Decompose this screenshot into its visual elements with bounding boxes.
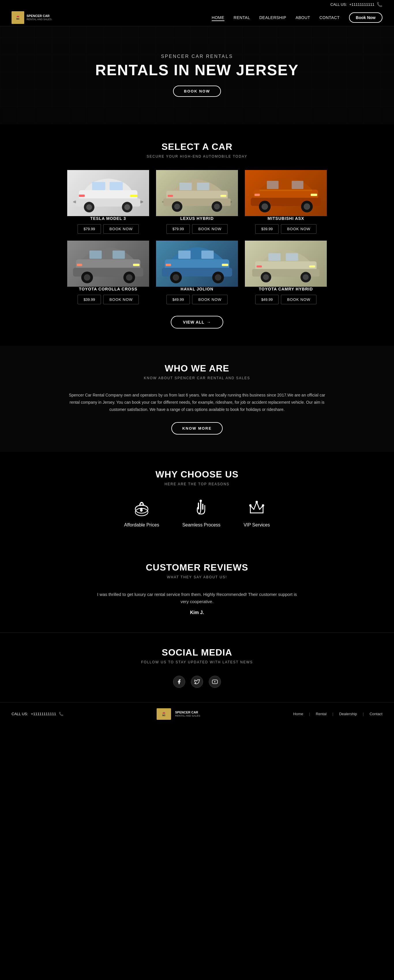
hero-title: RENTALS IN NEW JERSEY <box>95 61 299 79</box>
camry-book-button[interactable]: BOOK NOW <box>281 295 316 304</box>
car-actions-camry: $49.99 BOOK NOW <box>245 295 327 304</box>
svg-rect-43 <box>133 264 139 266</box>
svg-rect-21 <box>168 195 173 197</box>
svg-rect-32 <box>254 194 260 196</box>
affordable-prices-label: Affordable Prices <box>124 522 159 528</box>
footer-link-home[interactable]: Home <box>294 712 303 716</box>
youtube-icon <box>212 679 218 685</box>
nav-links: HOME RENTAL DEALERSHIP ABOUT CONTACT <box>212 15 340 20</box>
svg-rect-54 <box>222 264 228 266</box>
svg-rect-30 <box>292 181 303 189</box>
svg-rect-18 <box>179 182 192 190</box>
svg-rect-20 <box>220 195 226 197</box>
svg-point-49 <box>173 274 179 281</box>
youtube-button[interactable] <box>209 676 221 688</box>
footer-logo-line2: RENTAL AND SALES <box>175 714 200 718</box>
car-card-haval: HAVAL JOLION $49.99 BOOK NOW <box>156 240 238 304</box>
svg-point-4 <box>86 204 92 210</box>
camry-image <box>245 240 327 287</box>
why-item-affordable: $ Affordable Prices <box>124 498 159 528</box>
lexus-price: $79.99 <box>166 224 190 234</box>
crown-icon <box>247 498 267 518</box>
lexus-book-button[interactable]: BOOK NOW <box>192 224 228 234</box>
svg-rect-9 <box>130 194 137 197</box>
haval-book-button[interactable]: BOOK NOW <box>192 295 228 304</box>
nav-item-dealership[interactable]: DEALERSHIP <box>259 15 286 20</box>
corolla-image <box>67 240 149 287</box>
footer-link-rental[interactable]: Rental <box>316 712 327 716</box>
facebook-button[interactable] <box>173 676 185 688</box>
mitsubishi-book-button[interactable]: BOOK NOW <box>281 224 316 234</box>
svg-point-6 <box>124 204 130 210</box>
car-card-camry: TOYOTA CAMRY HYBRID $49.99 BOOK NOW <box>245 240 327 304</box>
hand-pointer-icon <box>191 498 211 518</box>
car-name-tesla: TESLA MODEL 3 <box>67 216 149 221</box>
twitter-button[interactable] <box>191 676 203 688</box>
reviewer-name: Kim J. <box>23 610 371 615</box>
lexus-image <box>156 170 238 216</box>
footer-nav-home[interactable]: Home <box>294 712 310 716</box>
nav-link-about[interactable]: ABOUT <box>296 15 310 20</box>
logo[interactable]: 🚗SC SPENCER CAR RENTAL AND SALES <box>11 11 52 24</box>
select-car-title: SELECT A CAR <box>23 142 371 152</box>
nav-item-rental[interactable]: RENTAL <box>234 15 250 20</box>
nav-item-home[interactable]: HOME <box>212 15 224 20</box>
why-grid: $ Affordable Prices Seamless Process <box>23 498 371 528</box>
lexus-svg <box>156 170 238 216</box>
reviews-title: CUSTOMER REVIEWS <box>23 562 371 573</box>
footer-link-dealership[interactable]: Dealership <box>339 712 357 716</box>
why-item-vip: VIP Services <box>243 498 270 528</box>
car-actions-haval: $49.99 BOOK NOW <box>156 295 238 304</box>
footer-nav-rental[interactable]: Rental <box>316 712 333 716</box>
nav-link-contact[interactable]: CONTACT <box>319 15 340 20</box>
car-card-mitsubishi: MITSUBISHI ASX $39.99 BOOK NOW <box>245 170 327 234</box>
svg-point-60 <box>263 274 269 280</box>
corolla-book-button[interactable]: BOOK NOW <box>103 295 139 304</box>
know-more-button[interactable]: KNOW MORE <box>171 422 223 434</box>
svg-point-28 <box>304 203 310 210</box>
tesla-price: $79.99 <box>78 224 101 234</box>
car-actions-mitsubishi: $39.99 BOOK NOW <box>245 224 327 234</box>
camry-price: $49.99 <box>255 295 279 304</box>
nav-link-rental[interactable]: RENTAL <box>234 15 250 20</box>
footer-link-contact[interactable]: Contact <box>370 712 383 716</box>
svg-rect-33 <box>260 189 313 191</box>
social-icons-row <box>23 676 371 688</box>
social-title: SOCIAL MEDIA <box>23 647 371 658</box>
haval-image <box>156 240 238 287</box>
footer-phone: +11111111111 <box>31 712 56 716</box>
svg-rect-19 <box>197 182 209 190</box>
social-subtitle: FOLLOW US TO STAY UPDATED WITH LATEST NE… <box>23 660 371 664</box>
haval-price: $49.99 <box>166 295 190 304</box>
nav-link-home[interactable]: HOME <box>212 15 224 21</box>
car-card-lexus: LEXUS HYBRID $79.99 BOOK NOW <box>156 170 238 234</box>
nav-link-dealership[interactable]: DEALERSHIP <box>259 15 286 20</box>
svg-rect-63 <box>268 253 281 261</box>
view-all-button[interactable]: VIEW ALL → <box>171 316 223 328</box>
nav-book-now-button[interactable]: Book Now <box>349 13 383 23</box>
select-car-section: SELECT A CAR SECURE YOUR HIGH-END AUTOMO… <box>0 124 394 346</box>
footer-nav-contact[interactable]: Contact <box>370 712 383 716</box>
hero-section: SPENCER CAR RENTALS RENTALS IN NEW JERSE… <box>0 26 394 124</box>
car-card-corolla: TOYOTA COROLLA CROSS $39.99 BOOK NOW <box>67 240 149 304</box>
svg-point-74 <box>262 504 264 506</box>
svg-rect-31 <box>311 194 317 196</box>
hero-content: SPENCER CAR RENTALS RENTALS IN NEW JERSE… <box>95 54 299 97</box>
corolla-price: $39.99 <box>78 295 101 304</box>
cars-grid: TESLA MODEL 3 $79.99 BOOK NOW <box>67 170 327 304</box>
why-choose-us-title: WHY CHOOSE US <box>23 469 371 480</box>
svg-rect-44 <box>77 264 82 266</box>
tesla-book-button[interactable]: BOOK NOW <box>103 224 139 234</box>
nav-item-contact[interactable]: CONTACT <box>319 15 340 20</box>
car-actions-corolla: $39.99 BOOK NOW <box>67 295 149 304</box>
hero-book-now-button[interactable]: BOOK NOW <box>173 86 221 97</box>
svg-rect-64 <box>286 253 298 261</box>
footer-nav-dealership[interactable]: Dealership <box>339 712 364 716</box>
logo-text: SPENCER CAR RENTAL AND SALES <box>27 14 52 21</box>
svg-rect-8 <box>110 182 123 190</box>
nav-item-about[interactable]: ABOUT <box>296 15 310 20</box>
who-we-are-section: WHO WE ARE KNOW ABOUT SPENCER CAR RENTAL… <box>0 346 394 452</box>
svg-point-26 <box>262 203 268 210</box>
svg-point-17 <box>214 204 220 210</box>
who-we-are-title: WHO WE ARE <box>23 363 371 374</box>
